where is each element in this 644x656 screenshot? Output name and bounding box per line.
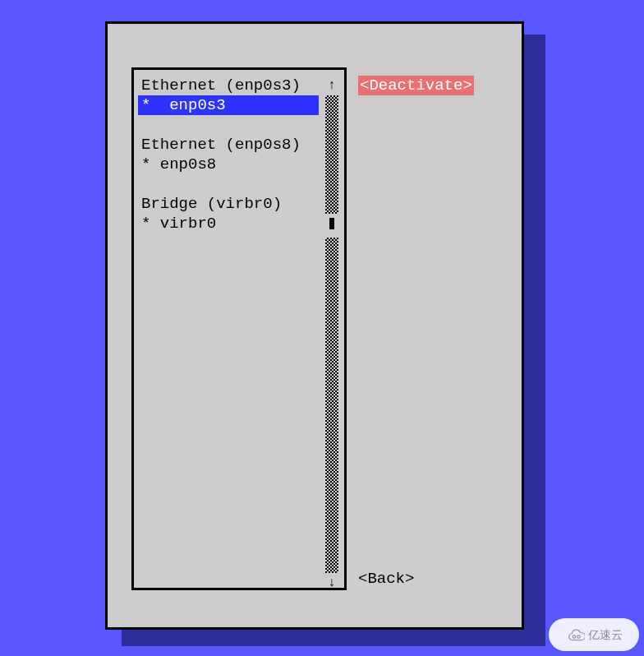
watermark-text: 亿速云 [588, 625, 623, 644]
scroll-track[interactable] [325, 336, 338, 356]
svg-point-0 [573, 635, 576, 639]
scroll-track[interactable] [325, 238, 338, 257]
scroll-track[interactable] [325, 316, 338, 336]
scroll-track[interactable] [325, 534, 338, 553]
scroll-track[interactable] [325, 376, 338, 395]
connection-group-header: Ethernet (enp0s3) [138, 76, 319, 95]
scroll-down-icon[interactable]: ↓ [325, 573, 338, 593]
scrollbar[interactable]: ↑↓ [325, 76, 338, 589]
watermark-logo: 亿速云 [549, 618, 639, 651]
scroll-track[interactable] [325, 297, 338, 316]
scroll-track[interactable] [325, 514, 338, 534]
scroll-track[interactable] [325, 174, 338, 194]
scroll-track[interactable] [325, 95, 338, 115]
connection-item[interactable]: * enp0s8 [138, 155, 319, 174]
scroll-track[interactable] [325, 455, 338, 474]
scroll-up-icon[interactable]: ↑ [325, 76, 338, 95]
list-spacer [138, 115, 319, 135]
scroll-track[interactable] [325, 115, 338, 135]
scroll-track[interactable] [325, 474, 338, 494]
scroll-track[interactable] [325, 395, 338, 415]
scroll-track[interactable] [325, 155, 338, 174]
cloud-icon [565, 625, 585, 644]
back-button[interactable]: <Back> [358, 569, 414, 589]
scroll-track[interactable] [325, 135, 338, 155]
scroll-track[interactable] [325, 415, 338, 435]
deactivate-button[interactable]: <Deactivate> [358, 76, 474, 95]
scroll-track[interactable] [325, 194, 338, 214]
connection-group-header: Ethernet (enp0s8) [138, 135, 319, 155]
connection-item[interactable]: * virbr0 [138, 214, 319, 233]
scroll-track[interactable] [325, 277, 338, 297]
scroll-track[interactable] [325, 356, 338, 376]
svg-point-1 [577, 635, 581, 639]
scroll-track[interactable] [325, 494, 338, 514]
connection-group-header: Bridge (virbr0) [138, 194, 319, 214]
list-spacer [138, 174, 319, 194]
connection-list[interactable]: Ethernet (enp0s3)* enp0s3Ethernet (enp0s… [138, 76, 319, 233]
scroll-track[interactable] [325, 435, 338, 455]
scroll-track[interactable] [325, 257, 338, 277]
connection-item[interactable]: * enp0s3 [138, 95, 319, 115]
scroll-thumb[interactable] [325, 218, 338, 238]
scroll-track[interactable] [325, 553, 338, 573]
